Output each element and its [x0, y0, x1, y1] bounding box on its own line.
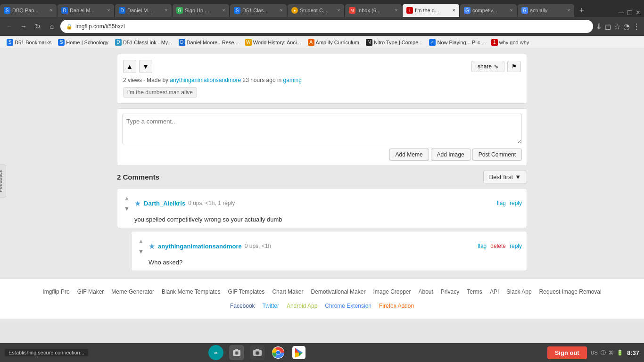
bookmark-label-schoology: Home | Schoology: [66, 40, 108, 45]
footer-link-1[interactable]: GIF Maker: [77, 288, 104, 295]
footer-facebook[interactable]: Facebook: [230, 303, 255, 309]
home-button[interactable]: ⌂: [46, 21, 58, 32]
footer-link-13[interactable]: Request Image Removal: [539, 288, 602, 295]
tab-close-5[interactable]: ×: [280, 7, 283, 14]
flag-icon: ⚑: [512, 63, 517, 70]
author-link[interactable]: anythinganimationsandmore: [170, 77, 241, 83]
footer-link-12[interactable]: Slack App: [506, 288, 531, 295]
tab-5[interactable]: S D51 Clas... ×: [230, 4, 287, 17]
tab-10[interactable]: G actually ×: [518, 4, 574, 17]
comment-username-2[interactable]: anythinganimationsandmore: [158, 243, 242, 250]
post-comment-button[interactable]: Post Comment: [472, 148, 522, 161]
close-icon[interactable]: ×: [636, 8, 640, 17]
bookmark-icon[interactable]: ☆: [614, 22, 620, 31]
add-meme-button[interactable]: Add Meme: [389, 148, 429, 161]
downvote-button[interactable]: ▼: [139, 60, 152, 73]
bookmark-d51[interactable]: S D51 Bookmarks: [4, 38, 54, 47]
download-icon[interactable]: ⇩: [596, 22, 602, 31]
tab-close-2[interactable]: ×: [107, 7, 110, 14]
comment-upvote-1[interactable]: ▲: [122, 193, 132, 203]
footer-link-2[interactable]: Meme Generator: [111, 288, 154, 295]
page-footer: Imgflip Pro GIF Maker Meme Generator Bla…: [0, 279, 644, 319]
footer-link-8[interactable]: About: [419, 288, 433, 295]
comment-reply-2[interactable]: reply: [510, 243, 522, 249]
footer-link-6[interactable]: Demotivational Maker: [311, 288, 365, 295]
minimize-icon[interactable]: ─: [619, 8, 624, 17]
add-image-button[interactable]: Add Image: [431, 148, 471, 161]
mirror-icon[interactable]: ◻: [605, 22, 611, 31]
footer-twitter[interactable]: Twitter: [263, 303, 279, 309]
tab-9[interactable]: G competiv... ×: [460, 4, 517, 17]
footer-link-4[interactable]: GIF Templates: [228, 288, 265, 295]
tab-1[interactable]: S DBQ Pap... ×: [0, 4, 57, 17]
bookmark-world-history[interactable]: W World History: Anci...: [242, 38, 304, 47]
tab-close-3[interactable]: ×: [165, 7, 168, 14]
bookmark-schoology[interactable]: S Home | Schoology: [55, 38, 111, 47]
footer-link-10[interactable]: Terms: [467, 288, 482, 295]
extension-icon[interactable]: ◔: [623, 22, 630, 31]
feedback-tab[interactable]: Feedback: [0, 165, 6, 197]
post-tag[interactable]: i'm the dumbest man alive: [123, 87, 197, 98]
category-link[interactable]: gaming: [283, 77, 302, 83]
footer-android[interactable]: Android App: [287, 303, 317, 309]
share-button[interactable]: share ⇘: [471, 61, 504, 72]
comment-flag-1[interactable]: flag: [497, 200, 506, 206]
bookmark-classlink[interactable]: D D51 ClassLink - My...: [112, 38, 175, 47]
comment-username-1[interactable]: Darth_Aleikris: [144, 200, 185, 207]
tab-6[interactable]: ● Student C... ×: [288, 4, 344, 17]
tab-close-10[interactable]: ×: [567, 7, 570, 14]
comment-box: Add Meme Add Image Post Comment: [117, 108, 527, 166]
tab-close-9[interactable]: ×: [510, 7, 513, 14]
forward-button[interactable]: →: [18, 21, 29, 32]
bookmark-amplify[interactable]: A Amplify Curriculum: [305, 38, 362, 47]
comment-downvote-1[interactable]: ▼: [122, 204, 132, 213]
tab-favicon-3: D: [119, 7, 125, 14]
footer-link-9[interactable]: Privacy: [441, 288, 459, 295]
footer-link-3[interactable]: Blank Meme Templates: [162, 288, 221, 295]
footer-link-11[interactable]: API: [490, 288, 499, 295]
bookmark-daniel[interactable]: D Daniel Moore - Rese...: [176, 38, 241, 47]
new-tab-button[interactable]: +: [575, 4, 588, 17]
comment-reply-1[interactable]: reply: [510, 200, 522, 206]
footer-link-7[interactable]: Image Cropper: [373, 288, 411, 295]
tab-close-8[interactable]: ×: [452, 7, 455, 14]
tab-2[interactable]: D Daniel M... ×: [58, 4, 114, 17]
bookmark-label-d51: D51 Bookmarks: [15, 40, 51, 45]
footer-firefox[interactable]: Firefox Addon: [379, 303, 414, 309]
tab-title-2: Daniel M...: [70, 8, 105, 13]
footer-link-0[interactable]: Imgflip Pro: [42, 288, 69, 295]
tab-8[interactable]: i I'm the d... ×: [403, 4, 459, 17]
sort-label: Best first: [489, 173, 513, 181]
flag-button[interactable]: ⚑: [507, 61, 521, 72]
url-bar[interactable]: 🔒 imgflip.com/i/55bxzl: [60, 20, 593, 33]
bookmark-plic[interactable]: ✓ Now Playing – Plic...: [426, 38, 487, 47]
footer-chrome[interactable]: Chrome Extension: [325, 303, 372, 309]
footer-link-5[interactable]: Chart Maker: [272, 288, 303, 295]
upvote-button[interactable]: ▲: [123, 60, 136, 73]
bookmark-favicon-plic: ✓: [429, 39, 436, 46]
comment-stats-1: 0 ups, <1h, 1 reply: [188, 200, 494, 206]
bookmark-label-amplify: Amplify Curriculum: [316, 40, 359, 45]
tab-7[interactable]: M Inbox (6... ×: [345, 4, 402, 17]
tab-3[interactable]: D Daniel M... ×: [115, 4, 172, 17]
bookmark-why[interactable]: 1 why god why: [488, 38, 532, 47]
tab-close-6[interactable]: ×: [337, 7, 340, 14]
maximize-icon[interactable]: □: [627, 8, 632, 17]
tab-close-1[interactable]: ×: [50, 7, 53, 14]
comment-downvote-2[interactable]: ▼: [136, 247, 146, 256]
sort-button[interactable]: Best first ▼: [483, 171, 527, 183]
menu-icon[interactable]: ⋮: [633, 22, 640, 31]
back-button[interactable]: ←: [4, 21, 15, 32]
tab-close-4[interactable]: ×: [222, 7, 225, 14]
comment-textarea[interactable]: [122, 114, 522, 144]
tab-close-7[interactable]: ×: [395, 7, 398, 14]
bookmark-nitro[interactable]: N Nitro Type | Compe...: [363, 38, 426, 47]
tab-4[interactable]: G Sign Up ... ×: [173, 4, 229, 17]
refresh-button[interactable]: ↻: [32, 21, 43, 32]
tab-favicon-7: M: [349, 7, 355, 14]
comment-upvote-2[interactable]: ▲: [136, 236, 146, 246]
comment-flag-2[interactable]: flag: [478, 243, 487, 249]
comment-delete-2[interactable]: delete: [490, 243, 506, 249]
browser-chrome: S DBQ Pap... × D Daniel M... × D Daniel …: [0, 0, 644, 49]
comment-actions-right-1: flag reply: [497, 200, 522, 206]
